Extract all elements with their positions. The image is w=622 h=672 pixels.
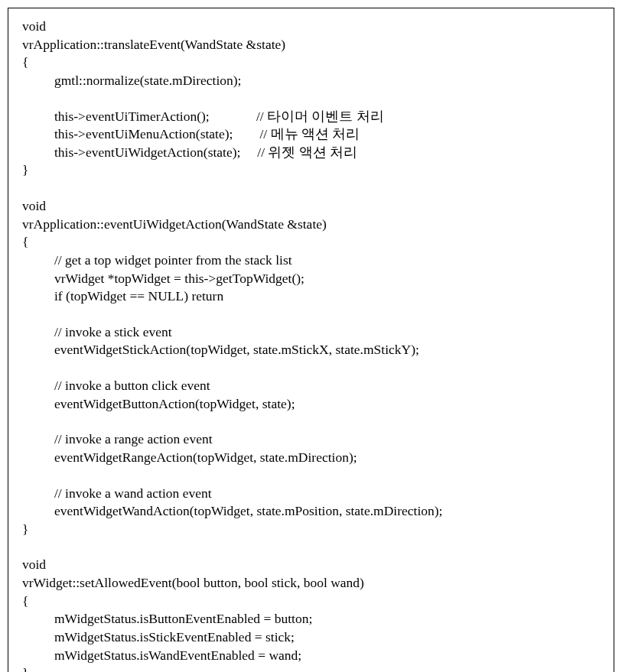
code-line: vrWidget *topWidget = this->getTopWidget… [22, 270, 600, 288]
code-line: vrApplication::translateEvent(WandState … [22, 36, 600, 54]
code-blank-line [22, 359, 600, 377]
code-blank-line [22, 180, 600, 197]
code-line: } [22, 521, 600, 539]
code-line: } [22, 664, 600, 672]
code-line: // invoke a stick event [22, 323, 600, 342]
code-line: gmtl::normalize(state.mDirection); [22, 72, 600, 90]
code-line: mWidgetStatus.isButtonEventEnabled = but… [22, 610, 600, 628]
code-line: // invoke a button click event [22, 377, 600, 395]
code-line: mWidgetStatus.isWandEventEnabled = wand; [22, 647, 600, 665]
code-blank-line [22, 306, 600, 323]
code-line: vrApplication::eventUiWidgetAction(WandS… [22, 216, 600, 234]
code-line: { [22, 54, 600, 72]
code-line: eventWidgetButtonAction(topWidget, state… [22, 395, 600, 414]
code-line: void [22, 556, 600, 574]
code-blank-line [22, 90, 600, 108]
code-line: void [22, 197, 600, 216]
code-line: vrWidget::setAllowedEvent(bool button, b… [22, 574, 600, 592]
code-line: mWidgetStatus.isStickEventEnabled = stic… [22, 628, 600, 647]
code-line: { [22, 592, 600, 611]
code-container: voidvrApplication::translateEvent(WandSt… [8, 8, 614, 672]
code-line: eventWidgetRangeAction(topWidget, state.… [22, 449, 600, 467]
code-line: // get a top widget pointer from the sta… [22, 252, 600, 270]
code-line: } [22, 161, 600, 180]
code-line: { [22, 233, 600, 252]
code-blank-line [22, 538, 600, 556]
code-line: void [22, 18, 600, 36]
code-line: this->eventUiWidgetAction(state); // 위젯 … [22, 144, 600, 162]
code-line: this->eventUiTimerAction(); // 타이머 이벤트 처… [22, 108, 600, 126]
code-line: this->eventUiMenuAction(state); // 메뉴 액션… [22, 125, 600, 144]
code-line: eventWidgetStickAction(topWidget, state.… [22, 341, 600, 359]
code-line: // invoke a range action event [22, 430, 600, 449]
code-line: // invoke a wand action event [22, 485, 600, 503]
code-blank-line [22, 413, 600, 430]
code-line: eventWidgetWandAction(topWidget, state.m… [22, 502, 600, 521]
code-blank-line [22, 467, 600, 485]
code-line: if (topWidget == NULL) return [22, 287, 600, 306]
